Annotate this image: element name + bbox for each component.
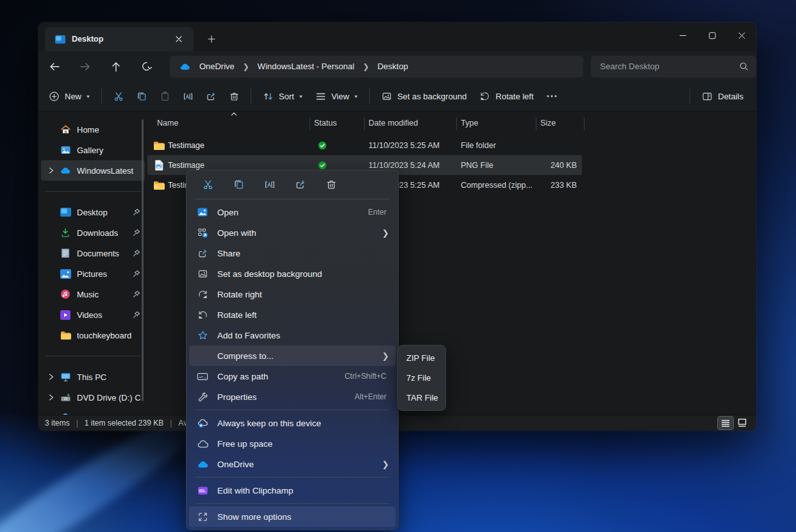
navigation-pane: Home Gallery WindowsLatest bbox=[38, 112, 147, 415]
submenu-arrow-icon: ❯ bbox=[382, 351, 389, 361]
sidebar-item-music[interactable]: Music bbox=[41, 284, 145, 304]
sidebar-item-this-pc[interactable]: This PC bbox=[41, 367, 145, 387]
menu-item-properties[interactable]: Properties Alt+Enter bbox=[189, 387, 395, 407]
menu-item-always-keep-on-device[interactable]: Always keep on this device bbox=[189, 413, 395, 433]
sidebar-item-home[interactable]: Home bbox=[41, 119, 145, 140]
pictures-icon bbox=[59, 269, 72, 279]
details-button[interactable]: Details bbox=[695, 87, 750, 106]
sidebar-item-windowslatest[interactable]: WindowsLatest bbox=[41, 160, 145, 181]
titlebar: Desktop bbox=[38, 22, 756, 51]
menu-item-rotate-left[interactable]: Rotate left bbox=[189, 304, 395, 325]
share-icon bbox=[196, 248, 209, 259]
maximize-button[interactable] bbox=[697, 22, 727, 48]
sidebar-item-network[interactable]: Network bbox=[41, 408, 145, 415]
menu-item-add-to-favorites[interactable]: Add to Favorites bbox=[189, 325, 395, 345]
close-button[interactable] bbox=[727, 22, 756, 48]
search-icon[interactable] bbox=[739, 62, 749, 71]
copy-as-path-icon bbox=[196, 372, 209, 381]
forward-button[interactable] bbox=[75, 56, 95, 77]
rename-icon[interactable] bbox=[257, 175, 283, 194]
column-header-status[interactable]: Status bbox=[314, 119, 336, 128]
pin-icon bbox=[132, 249, 141, 257]
pin-icon bbox=[132, 208, 141, 216]
sort-button-label: Sort bbox=[279, 92, 294, 101]
copy-button[interactable] bbox=[130, 86, 153, 106]
search-input[interactable] bbox=[599, 61, 739, 72]
toolbar-separator bbox=[690, 88, 690, 104]
cut-button[interactable] bbox=[107, 86, 130, 106]
details-view-button[interactable] bbox=[718, 417, 733, 429]
refresh-button[interactable] bbox=[137, 56, 157, 77]
column-header-size[interactable]: Size bbox=[540, 119, 556, 128]
sidebar-scrollbar[interactable] bbox=[142, 119, 144, 401]
submenu-item-zip[interactable]: ZIP File bbox=[401, 348, 443, 368]
breadcrumb-root[interactable]: OneDrive bbox=[199, 62, 235, 71]
breadcrumb-leaf[interactable]: Desktop bbox=[377, 62, 408, 71]
minimize-button[interactable] bbox=[668, 22, 697, 48]
submenu-item-7z[interactable]: 7z File bbox=[401, 368, 443, 388]
menu-item-rotate-right[interactable]: Rotate right bbox=[189, 284, 395, 304]
column-header-type[interactable]: Type bbox=[461, 119, 478, 128]
star-icon bbox=[196, 330, 209, 341]
new-tab-button[interactable] bbox=[204, 31, 219, 47]
folder-icon bbox=[59, 331, 72, 340]
column-header-name[interactable]: Name bbox=[157, 119, 178, 128]
view-button[interactable]: View ▾ bbox=[309, 87, 364, 106]
breadcrumb-middle[interactable]: WindowsLatest - Personal bbox=[258, 62, 354, 71]
menu-item-compress-to[interactable]: Compress to... ❯ bbox=[189, 345, 395, 366]
up-button[interactable] bbox=[106, 56, 126, 77]
sync-status-icon bbox=[316, 161, 329, 170]
sidebar-item-dvd-drive[interactable]: DVD Drive (D:) C bbox=[41, 387, 145, 408]
search-box[interactable] bbox=[591, 56, 756, 78]
sidebar-item-documents[interactable]: Documents bbox=[41, 243, 145, 263]
share-icon[interactable] bbox=[288, 175, 313, 194]
menu-item-edit-with-clipchamp[interactable]: Edit with Clipchamp bbox=[189, 480, 395, 501]
paste-button[interactable] bbox=[153, 86, 176, 106]
menu-item-set-as-desktop-background[interactable]: Set as desktop background bbox=[189, 263, 395, 284]
new-button[interactable]: New ▾ bbox=[42, 87, 96, 106]
sidebar-item-pictures[interactable]: Pictures bbox=[41, 263, 145, 284]
sidebar-item-gallery[interactable]: Gallery bbox=[41, 140, 145, 160]
share-button[interactable] bbox=[199, 86, 222, 106]
menu-item-onedrive[interactable]: OneDrive ❯ bbox=[189, 454, 395, 474]
pin-icon bbox=[132, 229, 141, 237]
this-pc-icon bbox=[59, 372, 72, 382]
home-icon bbox=[59, 124, 72, 135]
tab-title: Desktop bbox=[72, 35, 165, 44]
rename-button[interactable] bbox=[176, 86, 199, 106]
toolbar-separator bbox=[369, 88, 370, 104]
gallery-icon bbox=[59, 145, 72, 155]
menu-item-share[interactable]: Share bbox=[189, 243, 395, 263]
delete-icon[interactable] bbox=[319, 175, 344, 194]
tab-close-icon[interactable] bbox=[172, 32, 186, 46]
set-as-background-button[interactable]: Set as background bbox=[375, 87, 473, 106]
more-options-button[interactable] bbox=[540, 86, 563, 106]
file-row-folder[interactable]: Testimage 11/10/2023 5:25 AM File folder bbox=[147, 135, 582, 155]
menu-item-show-more-options[interactable]: Show more options bbox=[189, 506, 395, 527]
open-with-icon bbox=[196, 228, 209, 238]
breadcrumb[interactable]: OneDrive ❯ WindowsLatest - Personal ❯ De… bbox=[170, 56, 583, 78]
column-header-date[interactable]: Date modified bbox=[369, 119, 418, 128]
sidebar-item-videos[interactable]: Videos bbox=[41, 304, 145, 325]
menu-item-copy-as-path[interactable]: Copy as path Ctrl+Shift+C bbox=[189, 366, 395, 387]
delete-button[interactable] bbox=[222, 86, 245, 106]
column-headers: Name Status Date modified Type Size bbox=[147, 115, 756, 132]
sidebar-item-touchkeyboard[interactable]: touchkeyboard bbox=[41, 325, 145, 345]
menu-item-open[interactable]: Open Enter bbox=[189, 202, 395, 222]
menu-item-open-with[interactable]: Open with ❯ bbox=[189, 222, 395, 243]
copy-icon[interactable] bbox=[226, 175, 252, 194]
menu-item-free-up-space[interactable]: Free up space bbox=[189, 433, 395, 454]
tab-desktop[interactable]: Desktop bbox=[45, 27, 194, 51]
sort-button[interactable]: Sort ▾ bbox=[256, 87, 309, 106]
submenu-item-tar[interactable]: TAR File bbox=[401, 388, 443, 408]
back-button[interactable] bbox=[44, 56, 65, 77]
rotate-left-button[interactable]: Rotate left bbox=[473, 87, 540, 106]
chevron-right-icon[interactable] bbox=[46, 167, 56, 174]
sidebar-item-desktop[interactable]: Desktop bbox=[41, 202, 145, 222]
chevron-right-icon[interactable] bbox=[46, 394, 56, 401]
sidebar-item-downloads[interactable]: Downloads bbox=[41, 222, 145, 243]
chevron-right-icon[interactable] bbox=[46, 374, 56, 380]
onedrive-cloud-icon bbox=[59, 166, 72, 175]
cut-icon[interactable] bbox=[195, 175, 221, 194]
large-icons-view-button[interactable] bbox=[734, 417, 750, 429]
